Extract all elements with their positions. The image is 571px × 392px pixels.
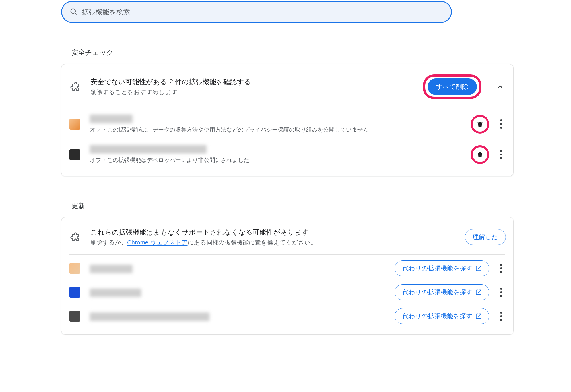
chrome-webstore-link[interactable]: Chrome ウェブストア	[127, 239, 188, 246]
update-item-row: 代わりの拡張機能を探す	[61, 304, 513, 328]
safety-section-title: 安全チェック	[71, 48, 571, 57]
extension-icon	[69, 81, 81, 92]
extension-name-redacted	[90, 265, 133, 273]
delete-button[interactable]	[474, 119, 486, 130]
delete-all-button[interactable]: すべて削除	[428, 78, 477, 95]
open-in-new-icon	[475, 265, 482, 271]
search-input[interactable]	[82, 8, 444, 16]
understood-button[interactable]: 理解した	[465, 229, 506, 245]
more-menu-button[interactable]	[497, 119, 505, 129]
svg-line-1	[75, 13, 77, 14]
safety-item-row: オフ・この拡張機能は、データの収集方法や使用方法などのプライバシー保護の取り組み…	[61, 109, 513, 139]
extension-thumbnail	[69, 287, 80, 298]
trash-icon	[476, 121, 484, 128]
more-menu-button[interactable]	[497, 288, 505, 297]
delete-button[interactable]	[474, 149, 486, 160]
extension-name-redacted	[90, 145, 207, 154]
updates-header-title: これらの拡張機能はまもなくサポートされなくなる可能性があります	[90, 228, 465, 237]
update-item-row: 代わりの拡張機能を探す	[61, 256, 513, 280]
search-bar[interactable]	[61, 1, 452, 23]
update-item-row: 代わりの拡張機能を探す	[61, 280, 513, 304]
extension-name-redacted	[90, 115, 133, 123]
find-alternative-button[interactable]: 代わりの拡張機能を探す	[395, 308, 489, 324]
trash-icon	[476, 151, 484, 158]
search-icon	[69, 7, 77, 16]
more-menu-button[interactable]	[497, 312, 505, 321]
safety-item-row: オフ・この拡張機能はデベロッパーにより非公開にされました	[61, 139, 513, 170]
extension-status: オフ・この拡張機能は、データの収集方法や使用方法などのプライバシー保護の取り組み…	[90, 126, 471, 134]
safety-header-title: 安全でない可能性がある 2 件の拡張機能を確認する	[90, 77, 423, 86]
extension-thumbnail	[69, 149, 80, 160]
highlight-ring	[471, 115, 489, 134]
collapse-toggle[interactable]	[494, 83, 506, 90]
open-in-new-icon	[475, 313, 482, 319]
extension-thumbnail	[69, 119, 80, 130]
safety-card: 安全でない可能性がある 2 件の拡張機能を確認する 削除することをおすすめします…	[61, 64, 514, 176]
extension-name-redacted	[90, 312, 209, 321]
extension-icon	[69, 232, 81, 242]
updates-header-subtitle: 削除するか、Chrome ウェブストアにある同様の拡張機能に置き換えてください。	[90, 238, 465, 246]
extension-thumbnail	[69, 311, 80, 322]
extension-name-redacted	[90, 289, 141, 297]
updates-section-title: 更新	[71, 201, 571, 210]
extension-status: オフ・この拡張機能はデベロッパーにより非公開にされました	[90, 156, 471, 164]
highlight-ring	[471, 145, 489, 164]
extension-thumbnail	[69, 263, 80, 274]
chevron-up-icon	[496, 83, 504, 90]
more-menu-button[interactable]	[497, 264, 505, 273]
updates-card: これらの拡張機能はまもなくサポートされなくなる可能性があります 削除するか、Ch…	[61, 217, 514, 335]
find-alternative-button[interactable]: 代わりの拡張機能を探す	[395, 284, 489, 300]
find-alternative-button[interactable]: 代わりの拡張機能を探す	[395, 260, 489, 276]
open-in-new-icon	[475, 289, 482, 295]
safety-header-subtitle: 削除することをおすすめします	[90, 88, 423, 96]
more-menu-button[interactable]	[497, 150, 505, 159]
highlight-ring: すべて削除	[423, 74, 481, 99]
